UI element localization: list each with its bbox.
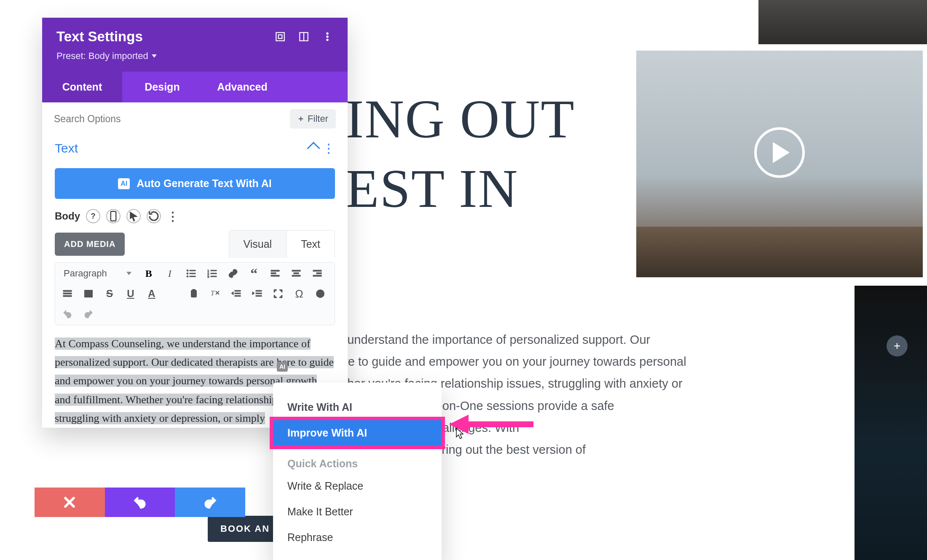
clear-format-icon[interactable]: T <box>209 288 221 300</box>
format-select-value: Paragraph <box>64 268 107 279</box>
link-icon[interactable] <box>227 268 239 279</box>
svg-rect-17 <box>190 276 196 277</box>
search-input[interactable] <box>54 113 189 125</box>
field-menu-icon[interactable]: ⋮ <box>167 209 179 223</box>
add-section-button[interactable]: + <box>887 335 908 356</box>
format-select[interactable]: Paragraph <box>61 268 134 279</box>
play-icon[interactable] <box>754 127 805 178</box>
svg-rect-48 <box>256 290 262 292</box>
auto-generate-ai-button[interactable]: AI Auto Generate Text With AI <box>55 168 335 199</box>
filter-label: Filter <box>308 113 328 124</box>
dock-icon[interactable] <box>298 31 310 43</box>
text-settings-panel: Text Settings Preset: Body imported Cont… <box>42 18 348 428</box>
responsive-icon[interactable] <box>106 209 121 223</box>
align-right-icon[interactable] <box>311 268 324 279</box>
align-justify-icon[interactable] <box>61 288 74 300</box>
preset-label: Preset: Body imported <box>56 51 148 62</box>
svg-rect-15 <box>190 273 196 274</box>
ctx-write-replace[interactable]: Write & Replace <box>273 473 442 499</box>
reset-icon[interactable] <box>147 209 161 223</box>
svg-rect-45 <box>235 293 241 294</box>
number-list-icon[interactable]: 123 <box>206 268 218 279</box>
kebab-menu-icon[interactable] <box>322 31 333 43</box>
annotation-arrow <box>449 415 533 434</box>
svg-rect-1 <box>276 32 284 41</box>
ctx-write-with-ai[interactable]: Write With AI <box>273 394 442 420</box>
ctx-make-it-better[interactable]: Make It Better <box>273 499 442 525</box>
ai-context-menu: Write With AI Improve With AI Quick Acti… <box>273 383 442 560</box>
close-button[interactable] <box>35 488 105 517</box>
help-icon[interactable]: ? <box>86 209 100 223</box>
panel-action-bar <box>35 488 245 517</box>
svg-rect-31 <box>316 273 322 274</box>
svg-rect-33 <box>63 290 72 292</box>
svg-point-6 <box>327 36 328 38</box>
filter-button[interactable]: Filter <box>290 109 336 129</box>
section-menu-icon[interactable]: ⋮ <box>322 145 335 152</box>
special-char-icon[interactable]: Ω <box>293 288 305 300</box>
svg-point-52 <box>316 290 324 297</box>
undo-icon[interactable] <box>61 308 74 320</box>
redo-icon[interactable] <box>82 308 95 320</box>
svg-rect-25 <box>271 273 276 274</box>
decorative-image-top <box>758 0 927 44</box>
svg-point-7 <box>327 39 328 40</box>
ctx-improve-with-ai[interactable]: Improve With AI <box>273 420 442 446</box>
ai-button-label: Auto Generate Text With AI <box>137 177 272 190</box>
ai-chip-icon[interactable]: AI <box>277 362 288 372</box>
editor-tab-visual[interactable]: Visual <box>229 230 287 258</box>
outdent-icon[interactable] <box>230 288 242 300</box>
collapse-icon[interactable] <box>307 142 320 155</box>
page-heading-line1: ING OUT <box>346 90 575 148</box>
svg-rect-50 <box>256 295 262 297</box>
italic-icon[interactable]: I <box>163 268 176 279</box>
book-appointment-button[interactable]: BOOK AN <box>208 516 282 542</box>
quote-icon[interactable]: “ <box>248 268 260 279</box>
align-left-icon[interactable] <box>269 268 281 279</box>
svg-rect-27 <box>292 270 300 271</box>
tab-content[interactable]: Content <box>42 72 122 102</box>
ai-badge-icon: AI <box>118 178 130 189</box>
bullet-list-icon[interactable] <box>185 268 197 279</box>
svg-point-16 <box>187 276 188 277</box>
tab-design[interactable]: Design <box>122 72 202 102</box>
panel-tabs: Content Design Advanced <box>42 72 348 102</box>
rich-text-toolbar: Paragraph B I 123 “ S U A T Ω <box>55 262 335 325</box>
text-color-icon[interactable]: A <box>145 288 158 300</box>
svg-point-14 <box>187 273 188 274</box>
paste-icon[interactable] <box>188 288 200 300</box>
video-thumbnail[interactable] <box>636 51 923 277</box>
editor-tab-text[interactable]: Text <box>286 230 335 258</box>
fullscreen-icon[interactable] <box>272 288 284 300</box>
underline-icon[interactable]: U <box>124 288 137 300</box>
indent-icon[interactable] <box>251 288 263 300</box>
svg-point-53 <box>319 292 319 293</box>
svg-rect-26 <box>271 275 279 276</box>
redo-button[interactable] <box>175 488 245 517</box>
bold-icon[interactable]: B <box>142 268 155 279</box>
expand-icon[interactable] <box>274 31 286 43</box>
hover-icon[interactable] <box>126 209 141 223</box>
section-title[interactable]: Text <box>55 141 78 155</box>
svg-rect-18 <box>211 270 217 271</box>
ctx-rephrase[interactable]: Rephrase <box>273 525 442 550</box>
caret-down-icon <box>152 54 157 58</box>
svg-rect-46 <box>235 295 241 297</box>
tab-advanced[interactable]: Advanced <box>202 72 282 102</box>
table-icon[interactable] <box>82 288 95 300</box>
emoji-icon[interactable] <box>314 288 327 300</box>
preset-dropdown[interactable]: Preset: Body imported <box>56 51 333 62</box>
svg-rect-34 <box>63 293 72 294</box>
body-field-label: Body <box>55 210 80 222</box>
svg-rect-30 <box>313 270 322 271</box>
caret-down-icon[interactable] <box>166 288 179 300</box>
svg-marker-51 <box>252 292 255 295</box>
add-media-button[interactable]: ADD MEDIA <box>55 233 125 256</box>
svg-rect-40 <box>193 289 195 291</box>
strike-icon[interactable]: S <box>103 288 116 300</box>
caret-down-icon <box>126 272 131 275</box>
align-center-icon[interactable] <box>290 268 303 279</box>
svg-rect-13 <box>190 270 196 271</box>
svg-text:3: 3 <box>207 275 209 279</box>
undo-button[interactable] <box>105 488 175 517</box>
